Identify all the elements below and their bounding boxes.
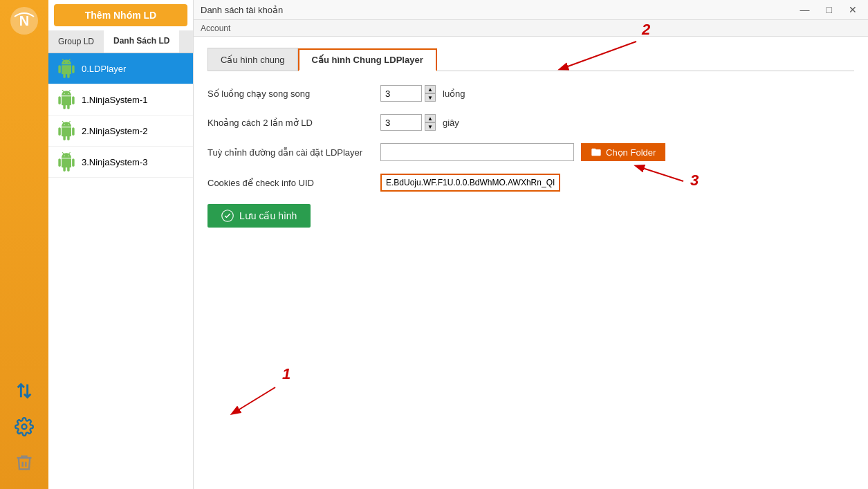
parallel-spinner-btns: ▲ ▼ — [425, 85, 436, 102]
path-input[interactable] — [380, 143, 574, 161]
interval-row: Khoảng cách 2 lần mở LD ▲ ▼ giây — [207, 114, 854, 131]
parallel-input[interactable] — [380, 85, 422, 102]
interval-spinner-btns: ▲ ▼ — [425, 114, 436, 131]
path-row: Tuỳ chỉnh đường dẫn cài đặt LDPlayer Chọ… — [207, 143, 854, 161]
parallel-row: Số luồng chạy song song ▲ ▼ luồng — [207, 85, 854, 102]
parallel-up-btn[interactable]: ▲ — [425, 85, 436, 93]
sidebar: N — [0, 0, 48, 489]
tab-danh-sach-ld[interactable]: Danh Sách LD — [104, 30, 179, 53]
tab-cau-hinh-chung[interactable]: Cấu hình chung — [207, 48, 298, 71]
window-controls: — □ ✕ — [796, 3, 861, 17]
device-item-3[interactable]: 3.NinjaSystem-3 — [48, 147, 193, 178]
device-item-0[interactable]: 0.LDPlayer — [48, 53, 193, 84]
app-logo: N — [9, 6, 39, 36]
parallel-label: Số luồng chạy song song — [207, 89, 373, 99]
folder-icon — [591, 147, 602, 158]
config-tabs: Cấu hình chung Cấu hình Chung LDPlayer — [207, 48, 854, 71]
device-name-1: 1.NinjaSystem-1 — [82, 95, 147, 105]
svg-point-4 — [22, 425, 27, 430]
interval-spinner: ▲ ▼ — [380, 114, 436, 131]
sort-button[interactable] — [12, 378, 37, 403]
close-button[interactable]: ✕ — [844, 3, 861, 17]
save-button[interactable]: Lưu cấu hình — [207, 204, 311, 228]
content-body: Cấu hình chung Cấu hình Chung LDPlayer S… — [194, 37, 868, 489]
interval-unit: giây — [443, 118, 459, 128]
list-tabs: Group LD Danh Sách LD — [48, 30, 193, 53]
tab-cau-hinh-ldplayer[interactable]: Cấu hình Chung LDPlayer — [298, 48, 437, 71]
device-name-3: 3.NinjaSystem-3 — [82, 157, 147, 167]
android-icon-3 — [57, 152, 76, 172]
account-bar: Account — [194, 20, 868, 37]
parallel-spinner: ▲ ▼ — [380, 85, 436, 102]
android-icon-1 — [57, 90, 76, 109]
cookies-row: Cookies để check info UID — [207, 174, 854, 192]
header-title: Danh sách tài khoản — [201, 5, 283, 15]
maximize-button[interactable]: □ — [822, 3, 836, 17]
interval-up-btn[interactable]: ▲ — [425, 114, 436, 122]
android-icon-2 — [57, 121, 76, 140]
device-item-1[interactable]: 1.NinjaSystem-1 — [48, 84, 193, 116]
settings-button[interactable] — [12, 414, 37, 439]
svg-text:N: N — [19, 13, 29, 28]
main-content: Danh sách tài khoản — □ ✕ Account Cấu hì… — [194, 0, 868, 489]
main-header: Danh sách tài khoản — □ ✕ — [194, 0, 868, 20]
main-wrapper: Danh sách tài khoản — □ ✕ Account Cấu hì… — [194, 0, 868, 489]
account-label: Account — [201, 24, 230, 33]
interval-label: Khoảng cách 2 lần mở LD — [207, 118, 373, 128]
android-icon-0 — [57, 59, 76, 78]
device-name-2: 2.NinjaSystem-2 — [82, 126, 147, 136]
device-name-0: 0.LDPlayer — [82, 64, 126, 74]
save-label: Lưu cấu hình — [239, 210, 297, 221]
add-group-button[interactable]: Thêm Nhóm LD — [54, 4, 187, 26]
device-list: 0.LDPlayer 1.NinjaSystem-1 2.NinjaSystem… — [48, 53, 193, 489]
trash-button[interactable] — [12, 450, 37, 475]
sidebar-bottom-icons — [12, 378, 37, 489]
folder-button[interactable]: Chọn Folder — [581, 143, 665, 161]
minimize-button[interactable]: — — [796, 3, 814, 17]
parallel-down-btn[interactable]: ▼ — [425, 93, 436, 102]
parallel-unit: luồng — [443, 89, 465, 99]
tab-group-ld[interactable]: Group LD — [48, 30, 104, 53]
cookies-label: Cookies để check info UID — [207, 178, 373, 188]
interval-down-btn[interactable]: ▼ — [425, 122, 436, 131]
path-label: Tuỳ chỉnh đường dẫn cài đặt LDPlayer — [207, 147, 373, 158]
checkmark-icon — [221, 210, 234, 222]
folder-button-label: Chọn Folder — [606, 147, 656, 158]
interval-input[interactable] — [380, 114, 422, 131]
cookies-input[interactable] — [380, 174, 560, 192]
device-item-2[interactable]: 2.NinjaSystem-2 — [48, 116, 193, 147]
list-panel: Thêm Nhóm LD Group LD Danh Sách LD 0.LDP… — [48, 0, 194, 489]
